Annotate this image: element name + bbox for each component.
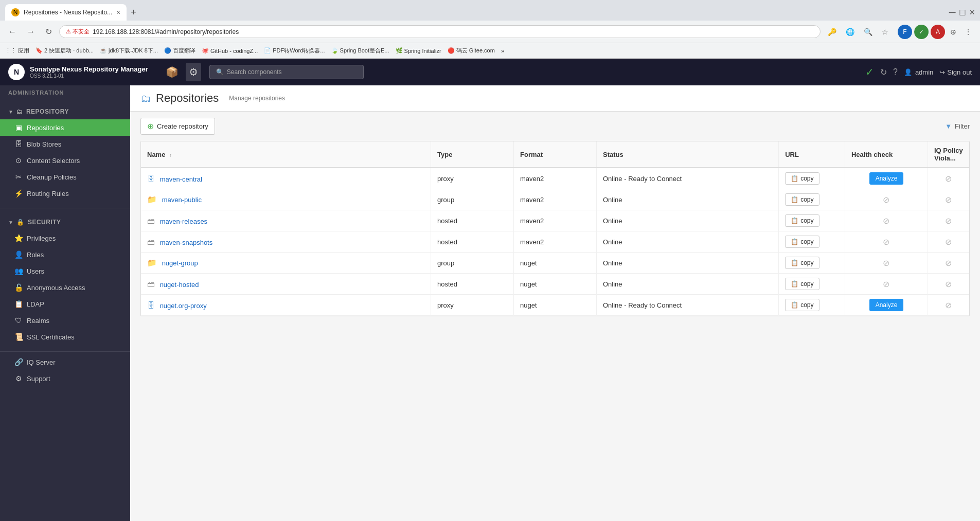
sidebar-icon: 🗂 [16,108,23,115]
sidebar-item-support[interactable]: ⚙ Support [0,370,130,387]
extension-icon-3[interactable]: A [931,25,945,39]
copy-button-3[interactable]: 📋 copy [785,236,819,248]
bookmark-apps[interactable]: ⋮⋮ 应用 [5,47,29,55]
sidebar-ldap-label: LDAP [27,300,44,308]
address-bar[interactable]: ⚠ 不安全 192.168.188.128:8081/#admin/reposi… [59,25,821,38]
bookmark-7[interactable]: 🌿 Spring Initializr [396,47,441,54]
bookmark-1[interactable]: 🔖 2 快速启动 · dubb... [35,47,94,55]
repo-name-6[interactable]: nuget.org-proxy [160,302,207,310]
translate-icon[interactable]: 🌐 [843,26,858,38]
sidebar-item-privileges[interactable]: ⭐ Privileges [0,230,130,246]
sidebar-repositories-label: Repositories [27,124,64,132]
iq-disabled-icon-4: ⊘ [945,259,952,267]
minimize-button[interactable]: ─ [949,7,956,18]
back-button[interactable]: ← [5,25,20,39]
repo-name-3[interactable]: maven-snapshots [160,239,213,246]
sidebar-item-users[interactable]: 👥 Users [0,263,130,279]
bookmark-5[interactable]: 📄 PDF转Word转换器... [264,47,325,55]
sidebar-item-content-selectors[interactable]: ⊙ Content Selectors [0,152,130,169]
sidebar-support-label: Support [27,375,50,383]
sidebar-item-cleanup-policies[interactable]: ✂ Cleanup Policies [0,169,130,185]
copy-button-5[interactable]: 📋 copy [785,278,819,290]
copy-button-2[interactable]: 📋 copy [785,214,819,227]
help-icon[interactable]: ? [893,67,898,77]
sidebar-item-ldap[interactable]: 📋 LDAP [0,296,130,312]
admin-settings-button[interactable]: ⚙ [186,63,201,81]
bookmark-3[interactable]: 🔵 百度翻译 [164,47,195,55]
cell-name-1: 📁 maven-public [141,189,431,210]
table-row: 📁 maven-public group maven2 Online 📋 cop… [141,189,969,210]
sidebar-item-repositories[interactable]: ▣ Repositories [0,119,130,136]
browser-tab[interactable]: N Repositories - Nexus Reposito... × [5,4,127,21]
sidebar-divider [0,208,130,208]
app: N Sonatype Nexus Repository Manager OSS … [0,59,980,521]
browse-button[interactable]: 📦 [163,63,182,81]
extension-icon-2[interactable]: ✓ [914,25,929,39]
refresh-button[interactable]: ↻ [42,25,55,39]
page-title: Repositories [156,92,219,105]
analyze-button-6[interactable]: Analyze [869,299,904,311]
cell-type-1: group [431,189,514,210]
new-tab-button[interactable]: + [127,5,140,20]
sidebar-item-iq-server[interactable]: 🔗 IQ Server [0,354,130,370]
sidebar-item-blob-stores[interactable]: 🗄 Blob Stores [0,136,130,152]
extension-icon-4[interactable]: ⊕ [947,26,959,38]
create-repository-button[interactable]: ⊕ Create repository [140,118,215,135]
search-bar[interactable]: 🔍 [209,65,364,79]
cell-status-6: Online - Ready to Connect [597,295,779,316]
bookmark-2[interactable]: ☕ jdk8下载-JDK 8下... [100,47,158,55]
extension-icon-1[interactable]: F [898,25,912,39]
copy-icon-4: 📋 [791,259,798,266]
search-icon[interactable]: 🔍 [861,26,876,38]
bookmark-8[interactable]: 🔴 码云 Gitee.com [448,47,495,55]
table-row: 📁 nuget-group group nuget Online 📋 copy … [141,253,969,274]
sidebar-cleanup-label: Cleanup Policies [27,173,77,181]
repo-name-5[interactable]: nuget-hosted [160,281,199,289]
repo-name-1[interactable]: maven-public [162,196,202,204]
sidebar-item-realms[interactable]: 🛡 Realms [0,312,130,329]
repo-name-4[interactable]: nuget-group [162,259,198,267]
cell-url-6: 📋 copy [779,295,845,316]
sidebar-item-routing-rules[interactable]: ⚡ Routing Rules [0,185,130,202]
repositories-table-container: Name ↑ Type Format Status [140,141,970,316]
bookmarks-more[interactable]: » [501,48,504,54]
sidebar-repository-header[interactable]: ▼ 🗂 Repository [0,104,130,119]
sidebar-routing-label: Routing Rules [27,190,69,197]
key-icon[interactable]: 🔑 [825,26,840,38]
repo-name-0[interactable]: maven-central [160,175,202,183]
cleanup-policies-icon: ✂ [14,173,23,181]
copy-button-4[interactable]: 📋 copy [785,257,819,269]
refresh-icon[interactable]: ↻ [880,67,887,77]
repo-name-2[interactable]: maven-releases [160,218,208,225]
ssl-icon: 📜 [14,333,23,341]
search-input[interactable] [227,68,330,76]
copy-button-6[interactable]: 📋 copy [785,299,819,311]
sidebar-item-roles[interactable]: 👤 Roles [0,246,130,263]
forward-button[interactable]: → [24,25,38,39]
sidebar-ssl-label: SSL Certificates [27,333,75,341]
copy-button-0[interactable]: 📋 copy [785,172,819,185]
copy-button-1[interactable]: 📋 copy [785,193,819,206]
sidebar-security-header[interactable]: ▼ 🔒 Security [0,214,130,230]
cell-iq-6: ⊘ [928,295,969,316]
tab-title: Repositories - Nexus Reposito... [24,9,112,16]
bookmark-star-icon[interactable]: ☆ [879,26,892,38]
page-subtitle: Manage repositories [229,95,285,102]
user-display: 👤 admin [904,68,933,76]
cell-format-1: maven2 [514,189,597,210]
maximize-button[interactable]: □ [960,7,966,18]
cell-iq-4: ⊘ [928,253,969,274]
tab-close-button[interactable]: × [116,8,120,16]
sidebar-item-anonymous-access[interactable]: 🔓 Anonymous Access [0,279,130,296]
signout-button[interactable]: ↪ Sign out [939,68,972,76]
close-window-button[interactable]: × [969,7,975,18]
cell-type-4: group [431,253,514,274]
more-extensions[interactable]: ⋮ [961,26,975,38]
analyze-button-0[interactable]: Analyze [869,172,904,185]
health-disabled-icon-4: ⊘ [883,259,889,267]
row-type-icon-6: 🗄 [147,301,155,310]
sidebar-item-ssl-certificates[interactable]: 📜 SSL Certificates [0,329,130,345]
cell-url-1: 📋 copy [779,189,845,210]
bookmark-6[interactable]: 🍃 Spring Boot整合E... [331,47,389,55]
bookmark-4[interactable]: 🐙 GitHub - codingZ... [202,47,258,54]
